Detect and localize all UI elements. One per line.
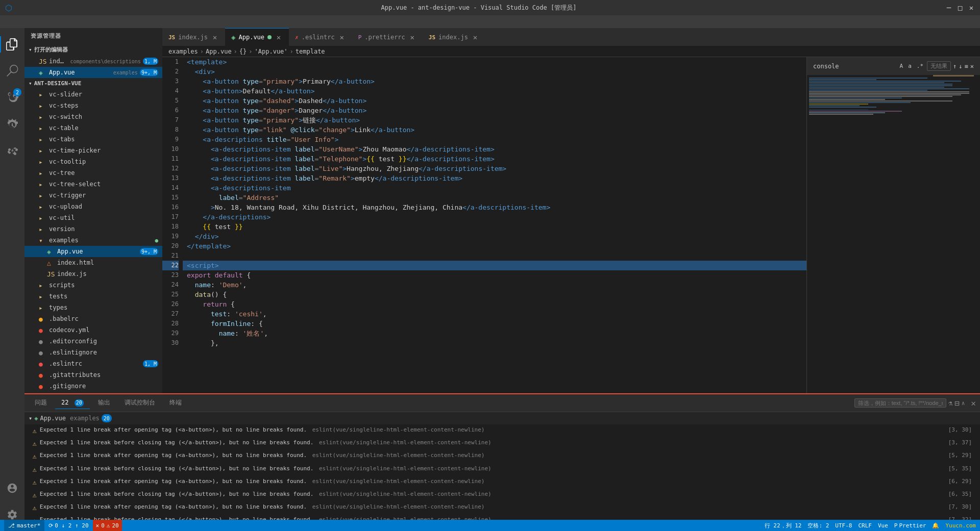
panel-tab-output[interactable]: 输出 [92, 396, 116, 410]
problem-item-4[interactable]: ⚠ Expected 1 line break before closing t… [24, 463, 980, 476]
panel-tab-count[interactable]: 22 20 [55, 397, 90, 409]
source-control-activity-icon[interactable]: 2 [0, 85, 24, 110]
console-prev-btn[interactable]: ↑ [953, 63, 957, 70]
panel-up-btn[interactable]: ∧ [962, 400, 965, 407]
problem-item-7[interactable]: ⚠ Expected 1 line break after opening ta… [24, 501, 980, 514]
status-lineending-item[interactable]: CRLF [858, 522, 872, 529]
sidebar-item-vc-tabs[interactable]: ▸ vc-tabs [24, 134, 162, 145]
extensions-activity-icon[interactable] [0, 138, 24, 163]
code-line-12[interactable]: <a-descriptions-item label="Live">Hangzh… [183, 164, 806, 173]
sidebar-item-gitattributes[interactable]: ● .gitattributes [24, 369, 162, 381]
code-line-10[interactable]: <a-descriptions-item label="UserName">Zh… [183, 144, 806, 154]
sidebar-item-vc-tree[interactable]: ▸ vc-tree [24, 167, 162, 179]
breadcrumb-app-vue[interactable]: App.vue [206, 48, 232, 55]
code-line-5[interactable]: <a-button type="dashed">Dashed</a-button… [183, 96, 806, 106]
sidebar-item-codecov[interactable]: ● codecov.yml [24, 324, 162, 336]
code-line-2[interactable]: <div> [183, 67, 806, 77]
status-notifications-item[interactable]: 🔔 [932, 522, 939, 529]
sidebar-item-gitignore[interactable]: ● .gitignore [24, 381, 162, 392]
code-line-7[interactable]: <a-button type="primary">链接</a-button> [183, 115, 806, 125]
problem-group-header[interactable]: ▾ ◈ App.vue examples 20 [24, 412, 980, 424]
code-line-15[interactable]: label="Address" [183, 193, 806, 203]
panel-expand-btn[interactable]: ⊟ [954, 398, 960, 408]
code-line-1[interactable]: <template> [183, 57, 806, 67]
breadcrumb-template[interactable]: template [296, 48, 325, 55]
problem-item-6[interactable]: ⚠ Expected 1 line break before closing t… [24, 489, 980, 501]
code-line-14[interactable]: <a-descriptions-item [183, 183, 806, 193]
sidebar-item-editorconfig[interactable]: ● .editorconfig [24, 336, 162, 347]
sidebar-item-scripts[interactable]: ▸ scripts [24, 280, 162, 291]
tab-app-vue[interactable]: ◈ App.vue ✕ [225, 28, 289, 46]
code-line-20[interactable]: </template> [183, 241, 806, 251]
open-editors-header[interactable]: ▾ 打开的编辑器 [24, 44, 162, 56]
sidebar-item-eslintignore[interactable]: ● .eslintignore [24, 347, 162, 358]
sidebar-item-examples[interactable]: ▾ examples ● [24, 235, 162, 246]
minimize-button[interactable]: ─ [945, 4, 952, 11]
panel-close-btn[interactable]: ✕ [971, 398, 976, 408]
ant-design-header[interactable]: ▾ ANT-DESIGN-VUE [24, 78, 162, 89]
sidebar-item-vc-tree-select[interactable]: ▸ vc-tree-select [24, 179, 162, 190]
problem-item-5[interactable]: ⚠ Expected 1 line break after opening ta… [24, 476, 980, 489]
code-line-29[interactable]: name: '姓名', [183, 328, 806, 338]
panel-filter-input[interactable] [854, 398, 946, 408]
debug-activity-icon[interactable] [0, 112, 24, 136]
tab-close-app-vue[interactable]: ✕ [275, 33, 283, 41]
problem-item-3[interactable]: ⚠ Expected 1 line break after opening ta… [24, 450, 980, 463]
code-line-30[interactable]: }, [183, 338, 806, 348]
sidebar-item-babelrc[interactable]: ● .babelrc [24, 313, 162, 324]
tab-close-index-js-2[interactable]: ✕ [471, 33, 479, 41]
sidebar-item-vc-steps[interactable]: ▸ vc-steps [24, 100, 162, 111]
status-spaces-item[interactable]: 空格: 2 [807, 522, 829, 529]
code-line-22[interactable]: <script> [183, 261, 806, 270]
console-close-btn[interactable]: ✕ [970, 63, 974, 70]
code-line-27[interactable]: test: 'ceshi', [183, 309, 806, 319]
sidebar-item-vc-upload[interactable]: ▸ vc-upload [24, 201, 162, 212]
code-line-28[interactable]: formInline: { [183, 319, 806, 328]
sidebar-item-tests[interactable]: ▸ tests [24, 291, 162, 302]
sidebar-item-vc-tooltip[interactable]: ▸ vc-tooltip [24, 156, 162, 167]
code-line-25[interactable]: data() { [183, 290, 806, 299]
tab-close-eslintrc[interactable]: ✕ [338, 33, 346, 41]
status-errors-item[interactable]: ✕ 0 ⚠ 20 [93, 520, 122, 531]
code-line-8[interactable]: <a-button type="link" @click="change">Li… [183, 125, 806, 135]
code-line-16[interactable]: >No. 18, Wantang Road, Xihu District, Ha… [183, 203, 806, 212]
code-line-17[interactable]: </a-descriptions> [183, 212, 806, 222]
console-regex-btn[interactable]: .* [915, 62, 925, 70]
console-menu-btn[interactable]: ≡ [965, 63, 968, 70]
console-a-btn[interactable]: a [906, 62, 913, 70]
code-line-3[interactable]: <a-button type="primary">Primary</a-butt… [183, 77, 806, 86]
account-activity-icon[interactable] [0, 476, 24, 500]
code-line-24[interactable]: name: 'Demo', [183, 280, 806, 290]
code-line-4[interactable]: <a-button>Default</a-button> [183, 86, 806, 96]
sidebar-item-app-vue[interactable]: ◈ App.vue 9+, M [24, 246, 162, 257]
sidebar-item-vc-trigger[interactable]: ▸ vc-trigger [24, 190, 162, 201]
tab-index-js-1[interactable]: JS index.js ✕ [162, 28, 225, 46]
sidebar-item-version[interactable]: ▸ version [24, 223, 162, 235]
search-activity-icon[interactable] [0, 59, 24, 83]
code-line-11[interactable]: <a-descriptions-item label="Telephone">{… [183, 154, 806, 164]
status-encoding-item[interactable]: UTF-8 [835, 522, 852, 529]
code-line-13[interactable]: <a-descriptions-item label="Remark">empt… [183, 173, 806, 183]
explorer-activity-icon[interactable] [0, 32, 24, 57]
status-language-item[interactable]: Vue [878, 522, 888, 529]
sidebar-item-vc-table[interactable]: ▸ vc-table [24, 122, 162, 134]
open-editor-item-app-vue[interactable]: ◈ App.vue examples 9+, M [24, 67, 162, 78]
open-editor-item-index-js[interactable]: JS index.js components\descriptions 1, M [24, 56, 162, 67]
code-line-6[interactable]: <a-button type="danger">Danger</a-button… [183, 106, 806, 115]
sidebar-item-index-js[interactable]: JS index.js [24, 268, 162, 280]
sidebar-item-vc-util[interactable]: ▸ vc-util [24, 212, 162, 223]
tab-close-prettierrc[interactable]: ✕ [408, 33, 416, 41]
tab-prettierrc[interactable]: P .prettierrc ✕ [352, 28, 423, 46]
tab-close-index-js-1[interactable]: ✕ [211, 33, 219, 41]
sidebar-item-eslintrc[interactable]: ● .eslintrc 1, M [24, 358, 162, 369]
sidebar-item-index-html[interactable]: △ index.html [24, 257, 162, 268]
problem-item-1[interactable]: ⚠ Expected 1 line break after opening ta… [24, 424, 980, 437]
close-button[interactable]: ✕ [968, 4, 975, 11]
console-A-btn[interactable]: A [898, 62, 905, 70]
status-sync-item[interactable]: ⟳ 0 ↓ 2 ↑ 20 [48, 522, 88, 529]
sidebar-item-vc-switch[interactable]: ▸ vc-switch [24, 111, 162, 122]
sidebar-item-types[interactable]: ▸ types [24, 302, 162, 313]
panel-tab-problems[interactable]: 问题 [29, 396, 53, 410]
code-line-26[interactable]: return { [183, 299, 806, 309]
maximize-button[interactable]: □ [957, 4, 964, 11]
